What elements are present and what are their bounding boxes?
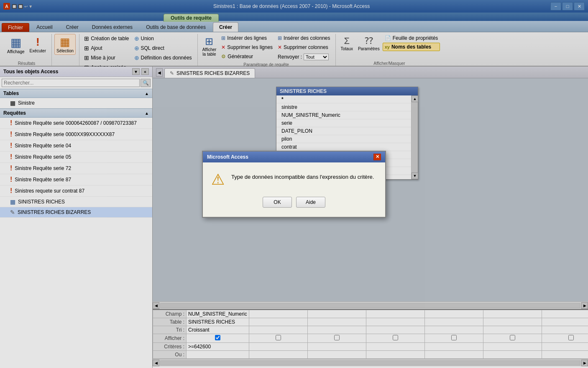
modal-close-button[interactable]: ✕ bbox=[373, 154, 381, 160]
modal-buttons: OK Aide bbox=[203, 193, 385, 214]
modal-title: Microsoft Access bbox=[207, 154, 248, 160]
warning-icon: ⚠ bbox=[211, 171, 225, 188]
modal-ok-button[interactable]: OK bbox=[263, 197, 292, 208]
modal-overlay: Microsoft Access ✕ ⚠ Type de données inc… bbox=[0, 0, 588, 368]
modal-body: ⚠ Type de données incompatible dans l'ex… bbox=[203, 162, 385, 193]
modal-aide-button[interactable]: Aide bbox=[296, 197, 325, 208]
modal-titlebar: Microsoft Access ✕ bbox=[203, 152, 385, 162]
modal-message: Type de données incompatible dans l'expr… bbox=[231, 171, 374, 181]
modal-dialog: Microsoft Access ✕ ⚠ Type de données inc… bbox=[202, 151, 386, 218]
